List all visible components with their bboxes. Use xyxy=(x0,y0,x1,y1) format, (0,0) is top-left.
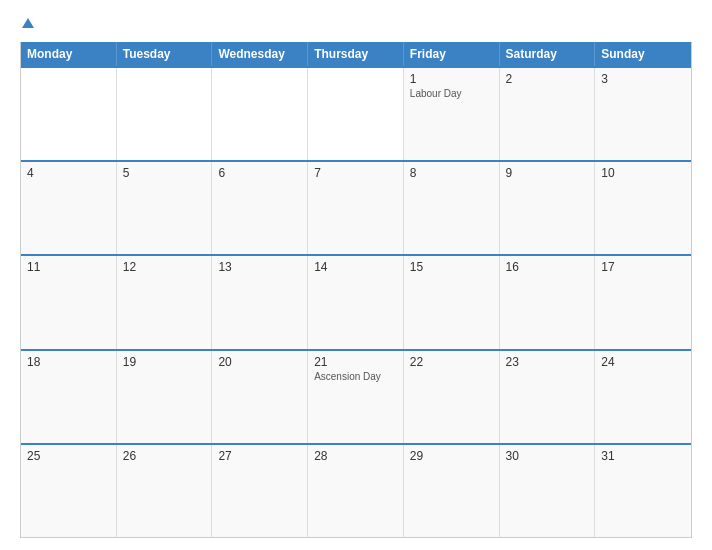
cal-cell: 22 xyxy=(404,351,500,443)
day-number: 17 xyxy=(601,260,685,274)
day-number: 29 xyxy=(410,449,493,463)
logo xyxy=(20,16,34,32)
day-number: 13 xyxy=(218,260,301,274)
day-number: 23 xyxy=(506,355,589,369)
day-number: 7 xyxy=(314,166,397,180)
cal-header-tuesday: Tuesday xyxy=(117,42,213,66)
day-event: Labour Day xyxy=(410,88,493,99)
cal-header-sunday: Sunday xyxy=(595,42,691,66)
day-number: 21 xyxy=(314,355,397,369)
day-number: 11 xyxy=(27,260,110,274)
day-number: 31 xyxy=(601,449,685,463)
cal-header-friday: Friday xyxy=(404,42,500,66)
day-number: 1 xyxy=(410,72,493,86)
day-number: 30 xyxy=(506,449,589,463)
cal-cell: 23 xyxy=(500,351,596,443)
cal-cell: 2 xyxy=(500,68,596,160)
day-number: 2 xyxy=(506,72,589,86)
page: MondayTuesdayWednesdayThursdayFridaySatu… xyxy=(0,0,712,550)
cal-cell: 3 xyxy=(595,68,691,160)
cal-header-wednesday: Wednesday xyxy=(212,42,308,66)
cal-cell: 30 xyxy=(500,445,596,537)
cal-cell: 29 xyxy=(404,445,500,537)
day-number: 4 xyxy=(27,166,110,180)
logo-triangle-icon xyxy=(22,18,34,28)
cal-cell xyxy=(308,68,404,160)
day-number: 24 xyxy=(601,355,685,369)
day-number: 12 xyxy=(123,260,206,274)
cal-week-2: 45678910 xyxy=(21,160,691,254)
cal-cell: 5 xyxy=(117,162,213,254)
cal-cell: 28 xyxy=(308,445,404,537)
cal-cell: 14 xyxy=(308,256,404,348)
day-number: 19 xyxy=(123,355,206,369)
day-number: 9 xyxy=(506,166,589,180)
day-number: 6 xyxy=(218,166,301,180)
cal-cell: 27 xyxy=(212,445,308,537)
cal-cell: 17 xyxy=(595,256,691,348)
cal-cell: 24 xyxy=(595,351,691,443)
day-event: Ascension Day xyxy=(314,371,397,382)
cal-header-saturday: Saturday xyxy=(500,42,596,66)
cal-cell xyxy=(117,68,213,160)
day-number: 27 xyxy=(218,449,301,463)
day-number: 20 xyxy=(218,355,301,369)
day-number: 22 xyxy=(410,355,493,369)
cal-week-3: 11121314151617 xyxy=(21,254,691,348)
cal-cell: 20 xyxy=(212,351,308,443)
cal-header-monday: Monday xyxy=(21,42,117,66)
cal-cell: 15 xyxy=(404,256,500,348)
cal-cell: 16 xyxy=(500,256,596,348)
cal-cell: 9 xyxy=(500,162,596,254)
cal-cell: 1Labour Day xyxy=(404,68,500,160)
cal-week-4: 18192021Ascension Day222324 xyxy=(21,349,691,443)
calendar: MondayTuesdayWednesdayThursdayFridaySatu… xyxy=(20,42,692,538)
header xyxy=(20,16,692,32)
logo-top xyxy=(20,16,34,32)
day-number: 14 xyxy=(314,260,397,274)
cal-cell: 18 xyxy=(21,351,117,443)
day-number: 28 xyxy=(314,449,397,463)
cal-cell: 7 xyxy=(308,162,404,254)
cal-cell: 12 xyxy=(117,256,213,348)
cal-cell: 8 xyxy=(404,162,500,254)
calendar-body: 1Labour Day23456789101112131415161718192… xyxy=(21,66,691,537)
day-number: 10 xyxy=(601,166,685,180)
day-number: 5 xyxy=(123,166,206,180)
day-number: 25 xyxy=(27,449,110,463)
cal-cell: 26 xyxy=(117,445,213,537)
cal-cell: 25 xyxy=(21,445,117,537)
cal-cell: 4 xyxy=(21,162,117,254)
cal-cell: 31 xyxy=(595,445,691,537)
day-number: 8 xyxy=(410,166,493,180)
day-number: 3 xyxy=(601,72,685,86)
cal-cell: 6 xyxy=(212,162,308,254)
day-number: 26 xyxy=(123,449,206,463)
cal-cell xyxy=(21,68,117,160)
calendar-header-row: MondayTuesdayWednesdayThursdayFridaySatu… xyxy=(21,42,691,66)
cal-week-5: 25262728293031 xyxy=(21,443,691,537)
day-number: 15 xyxy=(410,260,493,274)
cal-cell: 11 xyxy=(21,256,117,348)
cal-header-thursday: Thursday xyxy=(308,42,404,66)
cal-week-1: 1Labour Day23 xyxy=(21,66,691,160)
cal-cell: 13 xyxy=(212,256,308,348)
cal-cell: 10 xyxy=(595,162,691,254)
day-number: 16 xyxy=(506,260,589,274)
cal-cell xyxy=(212,68,308,160)
cal-cell: 21Ascension Day xyxy=(308,351,404,443)
day-number: 18 xyxy=(27,355,110,369)
cal-cell: 19 xyxy=(117,351,213,443)
